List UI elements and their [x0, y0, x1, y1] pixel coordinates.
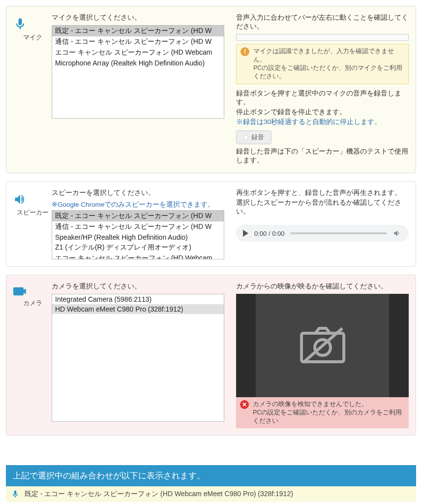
record-button-label: 録音 [251, 133, 264, 142]
summary-header: 上記で選択中の組み合わせが以下に表示されます。 [6, 465, 416, 486]
list-item[interactable]: 既定 - エコー キャンセル スピーカーフォン (HD W [52, 211, 224, 221]
mic-warning: ! マイクは認識できましたが、入力を確認できません。 PCの設定をご確認いただく… [236, 44, 409, 84]
mic-level-instruction: 音声入力に合わせてバーが左右に動くことを確認してください。 [236, 13, 409, 31]
camera-card: カメラ カメラを選択してください。 Integrated Camera (598… [6, 275, 416, 436]
rec-footer: 録音した音声は下の「スピーカー」機器のテストで使用します。 [236, 147, 409, 165]
record-dot-icon [243, 135, 248, 140]
speaker-card: スピーカー スピーカーを選択してください。 ※Google Chromeでのみス… [6, 181, 416, 267]
list-item[interactable]: 通信 - エコー キャンセル スピーカーフォン (HD W [52, 36, 224, 47]
no-camera-icon [296, 323, 350, 368]
audio-track[interactable] [290, 232, 387, 234]
error-text: PCの設定をご確認いただくか、別のカメラをご利用ください [253, 409, 405, 425]
rec-note: ※録音は30秒経過すると自動的に停止します。 [236, 118, 409, 126]
mic-icon [11, 490, 20, 499]
list-item[interactable]: エコー キャンセル スピーカーフォン (HD Webcam [52, 47, 224, 58]
volume-icon[interactable] [393, 229, 402, 238]
error-text: カメラの映像を検知できませんでした。 [253, 400, 405, 409]
mic-instruction: マイクを選択してください。 [52, 13, 224, 22]
audio-time: 0:00 / 0:00 [254, 230, 284, 237]
list-item[interactable]: 通信 - エコー キャンセル スピーカーフォン (HD W [52, 221, 224, 232]
list-item[interactable]: Integrated Camera (5986:2113) [52, 294, 224, 304]
summary-mic-row: 既定 - エコー キャンセル スピーカーフォン (HD Webcam eMeet… [6, 486, 416, 502]
mic-icon [13, 17, 52, 31]
camera-preview-instruction: カメラからの映像が映るかを確認してください。 [236, 282, 409, 291]
speaker-icon [13, 192, 52, 206]
warning-text: PCの設定をご確認いただくか、別のマイクをご利用ください。 [253, 64, 404, 81]
list-item[interactable]: HD Webcam eMeet C980 Pro (328f:1912) [52, 304, 224, 314]
summary-speaker-row: 既定 - エコー キャンセル スピーカーフォン (HD Webcam eMeet… [6, 502, 416, 504]
speaker-listbox[interactable]: 既定 - エコー キャンセル スピーカーフォン (HD W 通信 - エコー キ… [52, 210, 224, 259]
mic-card: マイク マイクを選択してください。 既定 - エコー キャンセル スピーカーフォ… [6, 6, 416, 173]
list-item[interactable]: 既定 - エコー キャンセル スピーカーフォン (HD W [52, 26, 224, 36]
camera-icon [13, 286, 52, 297]
camera-error: ✕ カメラの映像を検知できませんでした。 PCの設定をご確認いただくか、別のカメ… [236, 397, 409, 428]
warning-icon: ! [241, 47, 249, 56]
mic-listbox[interactable]: 既定 - エコー キャンセル スピーカーフォン (HD W 通信 - エコー キ… [52, 25, 224, 119]
rec-text: 停止ボタンで録音を停止できます。 [236, 108, 409, 117]
camera-preview [236, 294, 409, 397]
speaker-text: 再生ボタンを押すと、録音した音声が再生されます。 [236, 189, 409, 197]
camera-instruction: カメラを選択してください。 [52, 282, 224, 291]
list-item[interactable]: Speaker/HP (Realtek High Definition Audi… [52, 232, 224, 242]
summary-mic-text: 既定 - エコー キャンセル スピーカーフォン (HD Webcam eMeet… [25, 490, 293, 499]
mic-label: マイク [13, 33, 52, 42]
camera-listbox[interactable]: Integrated Camera (5986:2113) HD Webcam … [52, 294, 224, 422]
speaker-text: 選択したスピーカーから音が流れるか確認してください。 [236, 198, 409, 216]
speaker-label: スピーカー [13, 208, 52, 217]
list-item[interactable]: エコー キャンセル スピーカーフォン (HD Webcam [52, 253, 224, 259]
list-item[interactable]: Z1 (インテル(R) ディスプレイ用オーディオ) [52, 242, 224, 253]
mic-level-bar [236, 34, 409, 41]
speaker-icon-col: スピーカー [13, 189, 52, 259]
record-button[interactable]: 録音 [236, 130, 271, 144]
play-button[interactable] [243, 230, 248, 237]
audio-player[interactable]: 0:00 / 0:00 [236, 225, 409, 242]
mic-icon-col: マイク [13, 13, 52, 166]
speaker-instruction: スピーカーを選択してください。 [52, 189, 224, 197]
camera-icon-col: カメラ [13, 282, 52, 428]
error-icon: ✕ [240, 400, 249, 409]
list-item[interactable]: Microphone Array (Realtek High Definitio… [52, 58, 224, 68]
rec-text: 録音ボタンを押すと選択中のマイクの音声を録音します。 [236, 89, 409, 107]
speaker-chrome-note: ※Google Chromeでのみスピーカーを選択できます。 [52, 200, 224, 209]
camera-label: カメラ [13, 299, 52, 308]
warning-text: マイクは認識できましたが、入力を確認できません。 [253, 47, 404, 64]
